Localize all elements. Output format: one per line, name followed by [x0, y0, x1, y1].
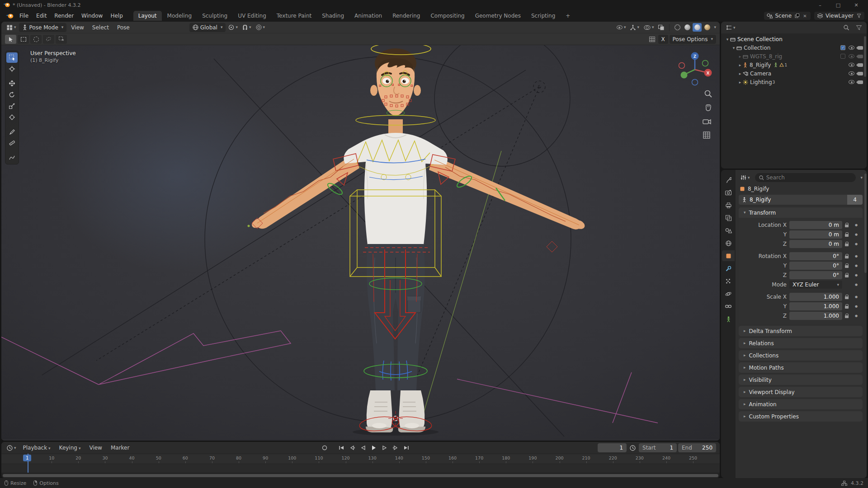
animate-dot[interactable]: ●	[855, 283, 860, 286]
timeline-track[interactable]	[1, 464, 720, 473]
tab-view-layer[interactable]	[722, 212, 735, 223]
breadcrumb-object-name[interactable]: 8_Rigify	[748, 186, 769, 192]
tab-texture-paint[interactable]: Texture Paint	[272, 11, 316, 21]
select-mode-invert[interactable]	[43, 35, 54, 44]
orientation-dropdown[interactable]: Global ▾	[189, 23, 226, 32]
editor-type-button[interactable]: ▾	[5, 23, 18, 32]
tab-animation[interactable]: Animation	[349, 11, 387, 21]
hide-eye-icon[interactable]	[849, 63, 854, 67]
tab-tool[interactable]	[722, 174, 735, 185]
frame-start-field[interactable]: Start 1	[639, 443, 677, 452]
timeline-body[interactable]: 1020304050607080901001101201301401501601…	[1, 454, 720, 478]
gizmo-y-axis[interactable]	[681, 72, 688, 79]
shading-rendered-button[interactable]	[703, 23, 712, 32]
lock-icon[interactable]	[845, 256, 849, 258]
hide-eye-icon[interactable]	[849, 71, 854, 75]
lock-icon[interactable]	[845, 275, 849, 277]
minimize-button[interactable]: –	[811, 0, 829, 10]
tool-rotate[interactable]	[6, 89, 18, 100]
timeline-scrollbar[interactable]	[3, 474, 718, 477]
disclosure-icon[interactable]: ▸	[737, 71, 743, 76]
rotation-x-field[interactable]: 0°	[789, 252, 842, 260]
animate-dot[interactable]: ●	[855, 255, 860, 258]
menu-edit[interactable]: Edit	[33, 11, 50, 20]
render-visibility-icon[interactable]	[858, 63, 863, 67]
tool-transform[interactable]	[6, 112, 18, 122]
lock-icon[interactable]	[845, 315, 849, 318]
tab-scripting[interactable]: Scripting	[526, 11, 560, 21]
render-visibility-icon[interactable]	[858, 46, 863, 50]
menu-render[interactable]: Render	[51, 11, 77, 20]
properties-search-input[interactable]	[766, 174, 852, 181]
lock-icon[interactable]	[845, 296, 849, 299]
current-frame-field[interactable]: 1	[598, 443, 627, 452]
render-visibility-icon[interactable]	[858, 72, 863, 75]
select-mode-set[interactable]	[5, 35, 16, 44]
menu-help[interactable]: Help	[107, 11, 126, 20]
animate-dot[interactable]: ●	[855, 233, 860, 236]
outliner-search-icon[interactable]	[842, 23, 851, 32]
outliner-scrollbar[interactable]	[864, 36, 866, 77]
close-button[interactable]: ✕	[847, 0, 865, 10]
animate-dot[interactable]: ●	[855, 296, 860, 299]
outliner-filter-icon[interactable]	[854, 24, 863, 32]
select-mode-subtract[interactable]	[30, 35, 42, 44]
scale-x-field[interactable]: 1.000	[789, 293, 842, 301]
animate-dot[interactable]: ●	[855, 314, 860, 318]
tab-layout[interactable]: Layout	[133, 11, 162, 21]
pivot-dropdown[interactable]: ▾	[226, 23, 240, 32]
properties-scrollbar[interactable]	[864, 174, 867, 273]
render-visibility-icon[interactable]	[858, 55, 863, 58]
tab-modeling[interactable]: Modeling	[162, 11, 197, 21]
outliner-row-scene-collection[interactable]: ▾ Scene Collection	[721, 35, 867, 43]
visibility-dropdown[interactable]: ▾	[615, 24, 628, 31]
rotation-y-field[interactable]: 0°	[789, 262, 842, 270]
select-mode-intersect[interactable]	[56, 35, 67, 44]
overlays-dropdown[interactable]: ▾	[642, 23, 656, 32]
menu-pose[interactable]: Pose	[113, 23, 133, 32]
outliner-row-rigify[interactable]: ▸ 8_Rigify 1	[721, 61, 867, 69]
jump-to-end-button[interactable]	[401, 444, 411, 452]
animate-dot[interactable]: ●	[855, 224, 860, 227]
menu-playback[interactable]: Playback▾	[19, 443, 54, 452]
hide-eye-icon[interactable]	[849, 54, 854, 58]
tool-measure[interactable]	[6, 138, 18, 148]
proportional-editing-dropdown[interactable]: ▾	[254, 23, 267, 32]
tab-sculpting[interactable]: Sculpting	[197, 11, 232, 21]
outliner-row-wgts-rig[interactable]: ▸ WGTS_8_rig	[721, 52, 867, 61]
shading-wireframe-button[interactable]	[673, 23, 682, 32]
lock-icon[interactable]	[845, 265, 849, 268]
animate-dot[interactable]: ●	[855, 274, 860, 277]
menu-keying[interactable]: Keying▾	[56, 443, 85, 452]
tool-box-select[interactable]	[6, 52, 18, 63]
viewlayer-selector[interactable]: ViewLayer	[814, 12, 864, 20]
scale-y-field[interactable]: 1.000	[789, 302, 842, 310]
object-name-field[interactable]: 8_Rigify 4	[739, 195, 863, 205]
collection-checkbox[interactable]	[840, 54, 845, 59]
section-animation[interactable]: ▸Animation	[739, 399, 863, 409]
section-delta-transform[interactable]: ▸Delta Transform	[739, 326, 863, 336]
tab-rendering[interactable]: Rendering	[387, 11, 425, 21]
tool-annotate[interactable]	[6, 127, 18, 137]
viewlayer-filter-icon[interactable]	[856, 13, 862, 19]
tab-shading[interactable]: Shading	[317, 11, 349, 21]
tab-scene[interactable]	[722, 225, 735, 236]
lock-icon[interactable]	[845, 225, 849, 227]
lock-icon[interactable]	[845, 306, 849, 309]
properties-options-chevron[interactable]: ▾	[860, 176, 863, 180]
timeline-ruler[interactable]: 1020304050607080901001101201301401501601…	[1, 454, 720, 464]
tab-object-data[interactable]	[722, 314, 735, 324]
outliner-editor-type-button[interactable]: ▾	[724, 23, 737, 32]
section-collections[interactable]: ▸Collections	[739, 350, 863, 361]
play-button[interactable]	[369, 444, 378, 452]
users-count-badge[interactable]: 4	[847, 195, 863, 205]
tool-move[interactable]	[6, 78, 18, 89]
animate-dot[interactable]: ●	[855, 305, 860, 308]
scene-selector[interactable]: Scene ✕	[764, 12, 811, 20]
scale-z-field[interactable]: 1.000	[789, 312, 842, 320]
rotation-z-field[interactable]: 0°	[789, 271, 842, 279]
add-workspace-button[interactable]: +	[561, 11, 575, 21]
tab-object[interactable]	[722, 250, 735, 261]
tab-geometry-nodes[interactable]: Geometry Nodes	[470, 11, 526, 21]
tab-render[interactable]	[722, 187, 735, 198]
